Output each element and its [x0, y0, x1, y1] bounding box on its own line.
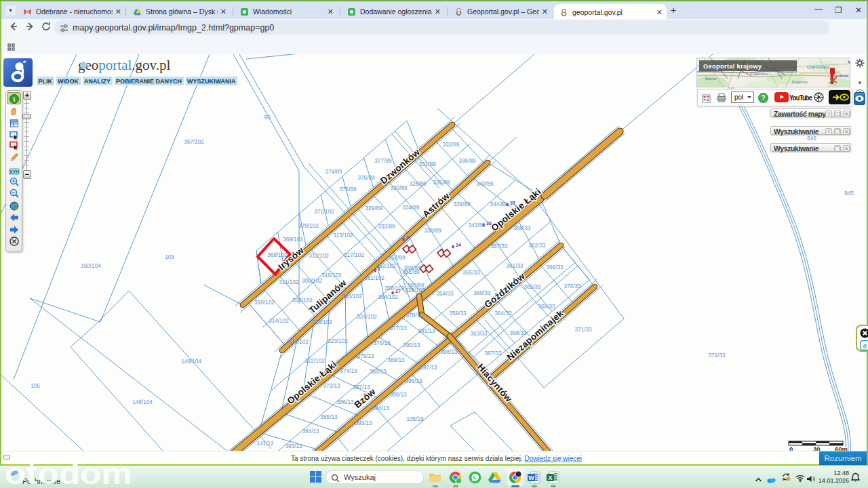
svg-text:371/102: 371/102	[314, 209, 334, 215]
svg-text:367/102: 367/102	[184, 139, 204, 145]
svg-text:383/13: 383/13	[285, 443, 302, 449]
svg-text:314/102: 314/102	[269, 318, 289, 324]
svg-text:354/33: 354/33	[436, 291, 453, 297]
svg-text:135/19: 135/19	[406, 416, 423, 422]
svg-text:351/102: 351/102	[364, 275, 384, 281]
svg-text:315/102: 315/102	[292, 298, 313, 304]
svg-text:324/102: 324/102	[357, 314, 377, 320]
svg-text:363/33: 363/33	[470, 331, 487, 337]
svg-text:?: ?	[761, 94, 765, 102]
svg-text:393/13: 393/13	[355, 420, 372, 426]
svg-text:336/89: 336/89	[458, 158, 475, 164]
svg-text:343/89: 343/89	[468, 222, 485, 228]
svg-text:398/13: 398/13	[440, 349, 457, 355]
svg-text:390/13: 390/13	[403, 342, 420, 348]
svg-text:340/89: 340/89	[476, 181, 493, 187]
svg-text:351/89: 351/89	[402, 269, 419, 275]
svg-text:395/13: 395/13	[389, 392, 406, 398]
svg-text:365/33: 365/33	[524, 284, 540, 290]
svg-text:376/89: 376/89	[357, 175, 374, 181]
svg-text:Czarnowąsy: Czarnowąsy	[807, 65, 829, 69]
svg-text:845: 845	[844, 190, 854, 197]
svg-text:X: X	[548, 474, 552, 481]
svg-text:378/13: 378/13	[406, 312, 422, 319]
svg-text:323/102: 323/102	[328, 338, 348, 344]
svg-text:322/102: 322/102	[304, 358, 325, 364]
svg-text:334/89: 334/89	[402, 205, 419, 211]
svg-text:e: e	[863, 342, 867, 350]
svg-text:360/33: 360/33	[473, 290, 490, 296]
svg-text:344/89: 344/89	[490, 201, 507, 207]
svg-text:377/13: 377/13	[389, 325, 406, 331]
svg-text:391/13: 391/13	[418, 328, 435, 334]
svg-text:397/13: 397/13	[420, 365, 437, 371]
svg-text:149/104: 149/104	[181, 359, 201, 365]
svg-text:358/102: 358/102	[384, 285, 405, 291]
svg-text:375/13: 375/13	[357, 353, 374, 359]
svg-text:313/102: 313/102	[333, 232, 353, 239]
svg-text:W: W	[528, 474, 534, 481]
svg-text:370/102: 370/102	[298, 223, 319, 229]
svg-text:358/33: 358/33	[513, 225, 530, 231]
svg-text:320/102: 320/102	[342, 293, 362, 300]
svg-text:328/89: 328/89	[409, 181, 426, 187]
svg-text:394/13: 394/13	[372, 405, 389, 411]
svg-text:333/89: 333/89	[378, 224, 395, 230]
svg-text:364/33: 364/33	[494, 310, 511, 317]
svg-text:Kujakowice: Kujakowice	[750, 72, 769, 76]
svg-text:Bogacica: Bogacica	[792, 80, 808, 84]
svg-text:95: 95	[264, 115, 271, 121]
svg-text:312/102: 312/102	[309, 253, 329, 259]
svg-text:157/89: 157/89	[388, 255, 405, 261]
svg-text:384/13: 384/13	[302, 428, 319, 434]
svg-text:373/13: 373/13	[323, 383, 340, 389]
svg-text:148/104: 148/104	[132, 399, 153, 405]
svg-text:XYH: XYH	[9, 169, 19, 174]
svg-text:374/13: 374/13	[340, 368, 357, 374]
svg-text:330/89: 330/89	[390, 185, 407, 191]
svg-text:339/89: 339/89	[453, 201, 470, 207]
svg-text:389/13: 389/13	[387, 357, 404, 363]
svg-text:374/89: 374/89	[325, 169, 342, 175]
svg-text:396/13: 396/13	[405, 378, 422, 384]
svg-text:311/102: 311/102	[279, 279, 299, 285]
svg-text:338/89: 338/89	[424, 228, 441, 234]
svg-text:355/33: 355/33	[462, 270, 479, 276]
svg-text:366/33: 366/33	[546, 264, 563, 270]
svg-text:319/102: 319/102	[312, 319, 332, 325]
svg-text:370/33: 370/33	[564, 283, 580, 289]
svg-text:386/13: 386/13	[336, 399, 353, 405]
svg-text:329/89: 329/89	[365, 205, 382, 211]
svg-text:372/33: 372/33	[708, 352, 725, 359]
svg-text:846: 846	[807, 136, 816, 142]
svg-text:105: 105	[31, 383, 40, 389]
svg-text:331/89: 331/89	[418, 161, 435, 167]
svg-text:362/33: 362/33	[528, 243, 545, 249]
svg-text:388/13: 388/13	[369, 369, 386, 375]
svg-text:34: 34	[456, 243, 461, 247]
svg-text:375/89: 375/89	[339, 186, 356, 192]
svg-text:i: i	[14, 96, 16, 103]
svg-text:376/13: 376/13	[373, 340, 390, 346]
svg-text:369/102: 369/102	[283, 237, 303, 243]
svg-text:368/33: 368/33	[509, 330, 526, 336]
svg-text:2: 2	[406, 235, 409, 240]
svg-text:359/33: 359/33	[449, 310, 466, 317]
svg-text:385/13: 385/13	[320, 414, 337, 420]
svg-text:354/102: 354/102	[378, 294, 398, 300]
svg-text:141/12: 141/12	[256, 441, 273, 447]
svg-text:317/102: 317/102	[344, 252, 364, 258]
svg-text:316/102: 316/102	[321, 272, 342, 279]
svg-text:352/102: 352/102	[376, 263, 396, 269]
svg-text:Bąków: Bąków	[705, 77, 717, 81]
svg-text:371/33: 371/33	[574, 327, 591, 333]
svg-text:150/104: 150/104	[81, 263, 101, 269]
svg-text:335/89: 335/89	[433, 180, 450, 186]
svg-text:310/102: 310/102	[254, 300, 275, 306]
svg-text:361/33: 361/33	[506, 263, 523, 269]
svg-text:367/33: 367/33	[484, 350, 501, 357]
svg-text:318/102: 318/102	[288, 339, 309, 345]
svg-text:z: z	[858, 472, 860, 476]
svg-text:377/89: 377/89	[374, 158, 391, 164]
svg-text:309/102: 309/102	[302, 278, 322, 284]
